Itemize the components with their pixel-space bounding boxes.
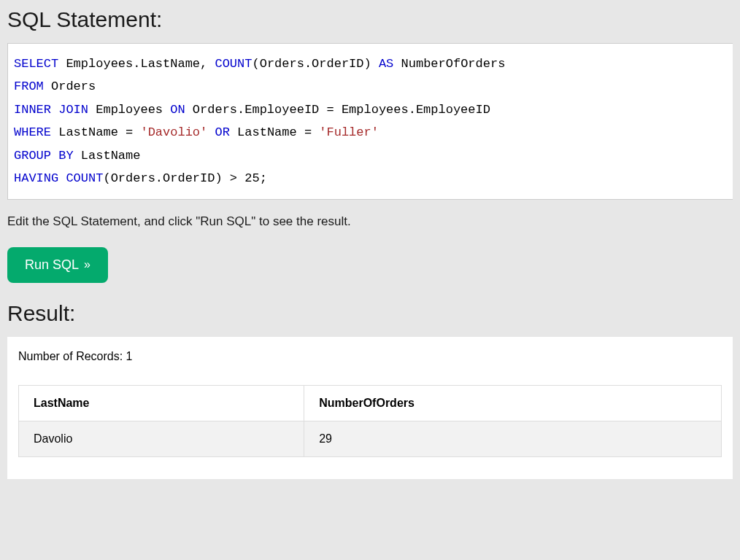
- kw-group: GROUP: [14, 149, 51, 163]
- sql-frag: Orders: [44, 79, 96, 93]
- kw-as: AS: [379, 57, 393, 71]
- cell-numberoforders: 29: [304, 421, 722, 456]
- sql-frag: [51, 103, 58, 117]
- kw-select: SELECT: [14, 57, 58, 71]
- kw-count: COUNT: [215, 57, 252, 71]
- kw-join: JOIN: [58, 103, 88, 117]
- kw-where: WHERE: [14, 125, 51, 139]
- sql-frag: (Orders.OrderID) > 25;: [103, 171, 266, 185]
- sql-frag: Employees.LastName,: [58, 57, 215, 71]
- kw-having: HAVING: [14, 171, 58, 185]
- sql-frag: LastName =: [230, 125, 319, 139]
- sql-editor[interactable]: SELECT Employees.LastName, COUNT(Orders.…: [7, 43, 733, 200]
- kw-inner: INNER: [14, 103, 51, 117]
- records-count: 1: [126, 350, 133, 362]
- str-literal: 'Davolio': [140, 125, 207, 139]
- col-lastname: LastName: [19, 385, 304, 421]
- sql-frag: [207, 125, 215, 139]
- sql-frag: [51, 149, 58, 163]
- sql-frag: Employees: [88, 103, 170, 117]
- result-panel: Number of Records: 1 LastName NumberOfOr…: [7, 337, 733, 479]
- records-label: Number of Records:: [18, 350, 126, 362]
- sql-frag: Orders.EmployeeID = Employees.EmployeeID: [185, 103, 490, 117]
- str-literal: 'Fuller': [319, 125, 379, 139]
- chevron-right-double-icon: »: [84, 259, 90, 271]
- kw-by: BY: [58, 149, 73, 163]
- table-header-row: LastName NumberOfOrders: [19, 385, 722, 421]
- run-sql-button[interactable]: Run SQL »: [7, 247, 108, 283]
- col-numberoforders: NumberOfOrders: [304, 385, 722, 421]
- sql-frag: LastName: [74, 149, 141, 163]
- kw-from: FROM: [14, 79, 44, 93]
- run-sql-label: Run SQL: [25, 257, 79, 273]
- cell-lastname: Davolio: [19, 421, 304, 456]
- sql-statement-heading: SQL Statement:: [7, 7, 733, 32]
- sql-frag: LastName =: [51, 125, 140, 139]
- result-heading: Result:: [7, 301, 733, 326]
- sql-frag: NumberOfOrders: [393, 57, 505, 71]
- kw-or: OR: [215, 125, 229, 139]
- instruction-text: Edit the SQL Statement, and click "Run S…: [7, 214, 733, 229]
- kw-on: ON: [170, 103, 185, 117]
- result-table: LastName NumberOfOrders Davolio 29: [18, 385, 722, 457]
- sql-frag: [58, 171, 66, 185]
- table-row: Davolio 29: [19, 421, 722, 456]
- kw-count: COUNT: [66, 171, 103, 185]
- sql-frag: (Orders.OrderID): [252, 57, 378, 71]
- records-count-line: Number of Records: 1: [18, 350, 722, 363]
